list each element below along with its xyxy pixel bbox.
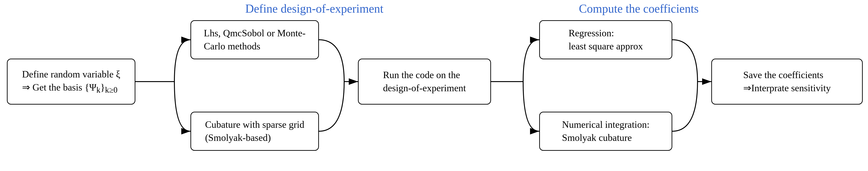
diagram: Define design-of-experiment Compute the … [0,0,868,171]
arrows-svg [0,0,868,171]
